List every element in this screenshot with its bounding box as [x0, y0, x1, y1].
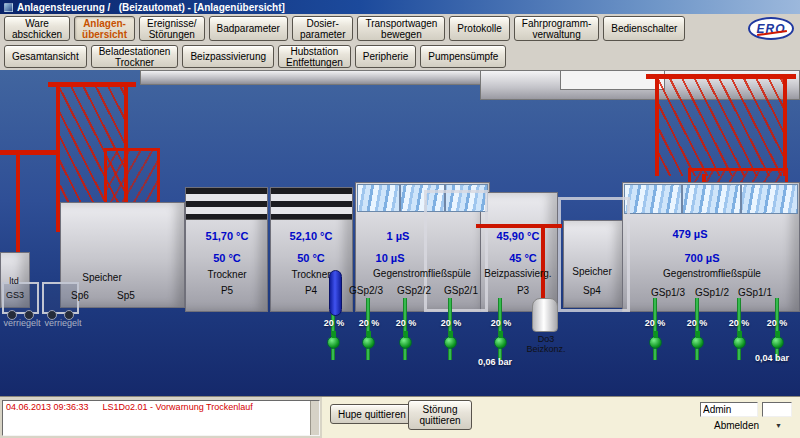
valve-opening-label: 20 % — [396, 318, 417, 328]
p5-id: P5 — [221, 285, 233, 296]
gsp1-label: Gegenstromfließspüle — [663, 268, 761, 279]
sp4-id: Sp4 — [583, 285, 601, 296]
user-field[interactable] — [700, 402, 758, 417]
tank-gs3-id: GS3 — [6, 290, 24, 300]
pipe — [448, 298, 452, 360]
nav-anlagen-uebersicht[interactable]: Anlagen- übersicht — [74, 16, 135, 41]
speicher-sp5-id: Sp5 — [117, 290, 135, 301]
plant-3d-view[interactable]: ltd GS3 Speicher Sp6 Sp5 verriegelt verr… — [0, 70, 800, 396]
crane-bridge-rail — [140, 70, 485, 85]
nav-ereignisse-stoerungen[interactable]: Ereignisse/ Störungen — [139, 16, 204, 41]
view-toolbar: Gesamtansicht Beladestationen Trockner B… — [0, 43, 800, 70]
valve-icon[interactable] — [444, 336, 457, 349]
horn-ack-button[interactable]: Hupe quittieren — [330, 404, 414, 424]
valve-icon[interactable] — [362, 336, 375, 349]
p3-id: P3 — [517, 285, 529, 296]
rail-carriage — [560, 70, 665, 90]
valve-opening-label: 20 % — [324, 318, 345, 328]
p5-label: Trockner — [207, 269, 246, 280]
blue-vessel — [329, 270, 342, 316]
gsp2-label: Gegenstromfließspüle — [373, 268, 471, 279]
compartment-divider — [681, 184, 683, 214]
alarm-list[interactable]: 04.06.2013 09:36:33 LS1Do2.01 - Vorwarnu… — [2, 400, 320, 436]
window-titlebar: Anlagensteuerung / (Beizautomat) - [Anla… — [0, 0, 800, 14]
gsp2-conductivity-setpoint: 10 µS — [376, 252, 405, 264]
wagon-status-label: verriegelt — [44, 318, 81, 328]
pipe — [403, 298, 407, 360]
valve-icon[interactable] — [327, 336, 340, 349]
gsp1-conductivity-actual: 479 µS — [672, 228, 707, 240]
valve-icon[interactable] — [649, 336, 662, 349]
p4-label: Trockner — [291, 269, 330, 280]
gsp1-compartment-2: GSp1/2 — [695, 287, 729, 298]
water-surface — [624, 184, 798, 214]
dosing-label: Beizkonz. — [526, 344, 565, 354]
dryer-vents — [271, 188, 352, 220]
valve-opening-label: 20 % — [767, 318, 788, 328]
view-peripherie[interactable]: Peripherie — [355, 45, 417, 68]
pressure-gsp2: 0,06 bar — [478, 357, 512, 367]
valve-opening-label: 20 % — [491, 318, 512, 328]
pipe — [498, 298, 502, 360]
alarm-scrollbar[interactable] — [310, 401, 319, 435]
crane-post-left — [16, 150, 20, 258]
nav-fahrprogrammverwaltung[interactable]: Fahrprogramm- verwaltung — [514, 16, 599, 41]
valve-opening-label: 20 % — [687, 318, 708, 328]
valve-icon[interactable] — [771, 336, 784, 349]
p3-temp-actual: 45,90 °C — [497, 230, 540, 242]
pressure-gsp1: 0,04 bar — [755, 353, 789, 363]
nav-ware-abschicken[interactable]: Ware abschicken — [4, 16, 70, 41]
speicher-left-label: Speicher — [82, 272, 121, 283]
main-toolbar: Ware abschicken Anlagen- übersicht Ereig… — [0, 14, 800, 43]
speicher-sp6-id: Sp6 — [71, 290, 89, 301]
crane-top-beam-left — [48, 82, 136, 87]
valve-opening-label: 20 % — [645, 318, 666, 328]
pipe — [366, 298, 370, 360]
status-bar: 04.06.2013 09:36:33 LS1Do2.01 - Vorwarnu… — [0, 396, 800, 438]
gsp2-compartment-2: GSp2/2 — [397, 285, 431, 296]
fault-ack-button[interactable]: Störung quittieren — [408, 400, 472, 430]
valve-icon[interactable] — [733, 336, 746, 349]
dryer-vents — [186, 188, 267, 220]
p4-temp-actual: 52,10 °C — [290, 230, 333, 242]
crane-tower-right — [655, 76, 787, 176]
valve-opening-label: 20 % — [729, 318, 750, 328]
nav-badparameter[interactable]: Badparameter — [209, 16, 288, 41]
valve-icon[interactable] — [399, 336, 412, 349]
window-title: Anlagensteuerung / (Beizautomat) - [Anla… — [17, 2, 285, 13]
view-beladestationen-trockner[interactable]: Beladestationen Trockner — [91, 45, 179, 68]
gsp2-compartment-3: GSp2/3 — [349, 285, 383, 296]
valve-icon[interactable] — [691, 336, 704, 349]
gsp2-compartment-1: GSp2/1 — [444, 285, 478, 296]
compartment-divider — [740, 184, 742, 214]
view-gesamtansicht[interactable]: Gesamtansicht — [4, 45, 87, 68]
app-icon — [4, 3, 13, 12]
view-hubstation-entfettungen[interactable]: Hubstation Entfettungen — [278, 45, 351, 68]
view-beizpassivierung[interactable]: Beizpassivierung — [182, 45, 274, 68]
nav-protokolle[interactable]: Protokolle — [449, 16, 509, 41]
view-pumpensuempfe[interactable]: Pumpensümpfe — [420, 45, 506, 68]
alarm-entry[interactable]: 04.06.2013 09:36:33 LS1Do2.01 - Vorwarnu… — [3, 401, 319, 413]
valve-icon[interactable] — [494, 336, 507, 349]
valve-opening-label: 20 % — [359, 318, 380, 328]
nav-dosierparameter[interactable]: Dosier- parameter — [292, 16, 354, 41]
alarm-message: LS1Do2.01 - Vorwarnung Trockenlauf — [103, 402, 253, 412]
p3-temp-setpoint: 45 °C — [509, 252, 537, 264]
wagon-status-label: verriegelt — [3, 318, 40, 328]
nav-transportwagen-bewegen[interactable]: Transportwagen bewegen — [357, 16, 445, 41]
crane-top-beam-right — [646, 74, 796, 79]
dosing-id: Do3 — [538, 334, 555, 344]
dosing-cylinder[interactable] — [532, 298, 558, 332]
p4-id: P4 — [305, 285, 317, 296]
logout-control[interactable]: Abmelden ▼ — [714, 420, 782, 431]
p4-temp-setpoint: 50 °C — [297, 252, 325, 264]
tank-gs3-fragment: ltd — [9, 276, 19, 286]
password-field[interactable] — [762, 402, 792, 417]
ero-logo-text: ERO — [756, 22, 785, 36]
app-window: Anlagensteuerung / (Beizautomat) - [Anla… — [0, 0, 800, 438]
pipe — [695, 298, 699, 360]
alarm-timestamp: 04.06.2013 09:36:33 — [6, 402, 89, 412]
nav-bedienschalter[interactable]: Bedienschalter — [603, 16, 685, 41]
gsp1-compartment-1: GSp1/1 — [738, 287, 772, 298]
ero-logo: ERO — [748, 17, 794, 40]
